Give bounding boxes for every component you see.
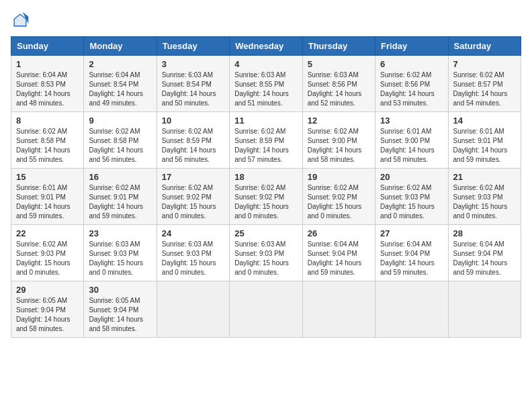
calendar-cell: 26Sunrise: 6:04 AM Sunset: 9:04 PM Dayli…	[302, 225, 375, 281]
day-info: Sunrise: 6:01 AM Sunset: 9:00 PM Dayligh…	[380, 127, 443, 165]
day-info: Sunrise: 6:02 AM Sunset: 9:03 PM Dayligh…	[380, 183, 443, 221]
day-info: Sunrise: 6:02 AM Sunset: 8:58 PM Dayligh…	[89, 127, 151, 165]
calendar-cell: 8Sunrise: 6:02 AM Sunset: 8:58 PM Daylig…	[11, 112, 84, 169]
day-number: 19	[308, 172, 370, 182]
day-number: 28	[453, 228, 516, 238]
header-tuesday: Tuesday	[157, 37, 229, 56]
calendar-cell	[230, 281, 302, 338]
day-number: 5	[308, 59, 370, 69]
calendar-cell: 24Sunrise: 6:03 AM Sunset: 9:03 PM Dayli…	[157, 225, 229, 281]
day-info: Sunrise: 6:02 AM Sunset: 9:02 PM Dayligh…	[162, 183, 224, 221]
day-number: 2	[89, 59, 151, 69]
calendar-cell: 1Sunrise: 6:04 AM Sunset: 8:53 PM Daylig…	[11, 56, 84, 112]
day-info: Sunrise: 6:02 AM Sunset: 9:02 PM Dayligh…	[234, 183, 297, 221]
day-number: 16	[89, 172, 151, 182]
day-info: Sunrise: 6:02 AM Sunset: 9:03 PM Dayligh…	[453, 183, 516, 221]
day-info: Sunrise: 6:05 AM Sunset: 9:04 PM Dayligh…	[89, 296, 151, 334]
day-number: 1	[16, 59, 79, 69]
day-info: Sunrise: 6:03 AM Sunset: 8:54 PM Dayligh…	[162, 71, 224, 108]
day-number: 21	[453, 172, 516, 182]
header-thursday: Thursday	[302, 37, 375, 56]
day-number: 8	[16, 116, 79, 126]
calendar-cell: 6Sunrise: 6:02 AM Sunset: 8:56 PM Daylig…	[375, 56, 448, 112]
header-sunday: Sunday	[11, 37, 84, 56]
calendar-table: SundayMondayTuesdayWednesdayThursdayFrid…	[11, 36, 521, 338]
calendar-week-1: 1Sunrise: 6:04 AM Sunset: 8:53 PM Daylig…	[11, 56, 521, 112]
calendar-cell	[302, 281, 375, 338]
calendar-cell: 23Sunrise: 6:03 AM Sunset: 9:03 PM Dayli…	[84, 225, 157, 281]
calendar-week-5: 29Sunrise: 6:05 AM Sunset: 9:04 PM Dayli…	[11, 281, 521, 338]
day-number: 13	[380, 116, 443, 126]
day-number: 11	[234, 116, 297, 126]
day-info: Sunrise: 6:03 AM Sunset: 9:03 PM Dayligh…	[162, 240, 224, 277]
calendar-cell: 12Sunrise: 6:02 AM Sunset: 9:00 PM Dayli…	[302, 112, 375, 169]
calendar-cell: 17Sunrise: 6:02 AM Sunset: 9:02 PM Dayli…	[157, 169, 229, 225]
day-number: 30	[89, 285, 151, 295]
calendar-cell: 13Sunrise: 6:01 AM Sunset: 9:00 PM Dayli…	[375, 112, 448, 169]
calendar-cell: 21Sunrise: 6:02 AM Sunset: 9:03 PM Dayli…	[448, 169, 521, 225]
calendar-cell: 22Sunrise: 6:02 AM Sunset: 9:03 PM Dayli…	[11, 225, 84, 281]
day-number: 3	[162, 59, 224, 69]
header-monday: Monday	[84, 37, 157, 56]
calendar-cell: 20Sunrise: 6:02 AM Sunset: 9:03 PM Dayli…	[375, 169, 448, 225]
day-number: 24	[162, 228, 224, 238]
calendar-cell: 16Sunrise: 6:02 AM Sunset: 9:01 PM Dayli…	[84, 169, 157, 225]
day-info: Sunrise: 6:05 AM Sunset: 9:04 PM Dayligh…	[16, 296, 79, 334]
day-number: 7	[453, 59, 516, 69]
calendar-cell: 28Sunrise: 6:04 AM Sunset: 9:04 PM Dayli…	[448, 225, 521, 281]
day-info: Sunrise: 6:02 AM Sunset: 9:00 PM Dayligh…	[308, 127, 370, 165]
calendar-cell: 25Sunrise: 6:03 AM Sunset: 9:03 PM Dayli…	[230, 225, 302, 281]
calendar-week-2: 8Sunrise: 6:02 AM Sunset: 8:58 PM Daylig…	[11, 112, 521, 169]
day-info: Sunrise: 6:01 AM Sunset: 9:01 PM Dayligh…	[16, 183, 79, 221]
calendar-cell: 7Sunrise: 6:02 AM Sunset: 8:57 PM Daylig…	[448, 56, 521, 112]
day-number: 15	[16, 172, 79, 182]
day-info: Sunrise: 6:02 AM Sunset: 8:57 PM Dayligh…	[453, 71, 516, 108]
calendar-cell: 11Sunrise: 6:02 AM Sunset: 8:59 PM Dayli…	[230, 112, 302, 169]
calendar-cell	[157, 281, 229, 338]
day-number: 17	[162, 172, 224, 182]
day-number: 9	[89, 116, 151, 126]
day-info: Sunrise: 6:04 AM Sunset: 8:54 PM Dayligh…	[89, 71, 151, 108]
day-info: Sunrise: 6:03 AM Sunset: 9:03 PM Dayligh…	[89, 240, 151, 277]
header-saturday: Saturday	[448, 37, 521, 56]
calendar-cell: 18Sunrise: 6:02 AM Sunset: 9:02 PM Dayli…	[230, 169, 302, 225]
day-number: 14	[453, 116, 516, 126]
day-info: Sunrise: 6:02 AM Sunset: 9:01 PM Dayligh…	[89, 183, 151, 221]
calendar-cell: 15Sunrise: 6:01 AM Sunset: 9:01 PM Dayli…	[11, 169, 84, 225]
day-number: 26	[308, 228, 370, 238]
calendar-cell: 30Sunrise: 6:05 AM Sunset: 9:04 PM Dayli…	[84, 281, 157, 338]
day-info: Sunrise: 6:02 AM Sunset: 9:02 PM Dayligh…	[308, 183, 370, 221]
day-info: Sunrise: 6:04 AM Sunset: 9:04 PM Dayligh…	[453, 240, 516, 277]
calendar-week-3: 15Sunrise: 6:01 AM Sunset: 9:01 PM Dayli…	[11, 169, 521, 225]
logo	[11, 11, 32, 30]
day-info: Sunrise: 6:03 AM Sunset: 8:55 PM Dayligh…	[234, 71, 297, 108]
calendar-cell: 10Sunrise: 6:02 AM Sunset: 8:59 PM Dayli…	[157, 112, 229, 169]
day-info: Sunrise: 6:02 AM Sunset: 8:56 PM Dayligh…	[380, 71, 443, 108]
page-header	[11, 11, 521, 30]
calendar-cell: 19Sunrise: 6:02 AM Sunset: 9:02 PM Dayli…	[302, 169, 375, 225]
day-number: 10	[162, 116, 224, 126]
day-info: Sunrise: 6:04 AM Sunset: 9:04 PM Dayligh…	[380, 240, 443, 277]
calendar-cell: 9Sunrise: 6:02 AM Sunset: 8:58 PM Daylig…	[84, 112, 157, 169]
header-friday: Friday	[375, 37, 448, 56]
day-number: 23	[89, 228, 151, 238]
header-wednesday: Wednesday	[230, 37, 302, 56]
calendar-cell: 27Sunrise: 6:04 AM Sunset: 9:04 PM Dayli…	[375, 225, 448, 281]
day-info: Sunrise: 6:01 AM Sunset: 9:01 PM Dayligh…	[453, 127, 516, 165]
calendar-header-row: SundayMondayTuesdayWednesdayThursdayFrid…	[11, 37, 521, 56]
calendar-week-4: 22Sunrise: 6:02 AM Sunset: 9:03 PM Dayli…	[11, 225, 521, 281]
day-info: Sunrise: 6:02 AM Sunset: 8:58 PM Dayligh…	[16, 127, 79, 165]
logo-icon	[11, 11, 30, 30]
day-number: 4	[234, 59, 297, 69]
calendar-cell	[448, 281, 521, 338]
day-number: 27	[380, 228, 443, 238]
day-info: Sunrise: 6:02 AM Sunset: 8:59 PM Dayligh…	[162, 127, 224, 165]
calendar-cell: 3Sunrise: 6:03 AM Sunset: 8:54 PM Daylig…	[157, 56, 229, 112]
day-info: Sunrise: 6:03 AM Sunset: 9:03 PM Dayligh…	[234, 240, 297, 277]
calendar-cell	[375, 281, 448, 338]
day-number: 20	[380, 172, 443, 182]
calendar-cell: 14Sunrise: 6:01 AM Sunset: 9:01 PM Dayli…	[448, 112, 521, 169]
day-number: 6	[380, 59, 443, 69]
day-number: 12	[308, 116, 370, 126]
calendar-cell: 29Sunrise: 6:05 AM Sunset: 9:04 PM Dayli…	[11, 281, 84, 338]
